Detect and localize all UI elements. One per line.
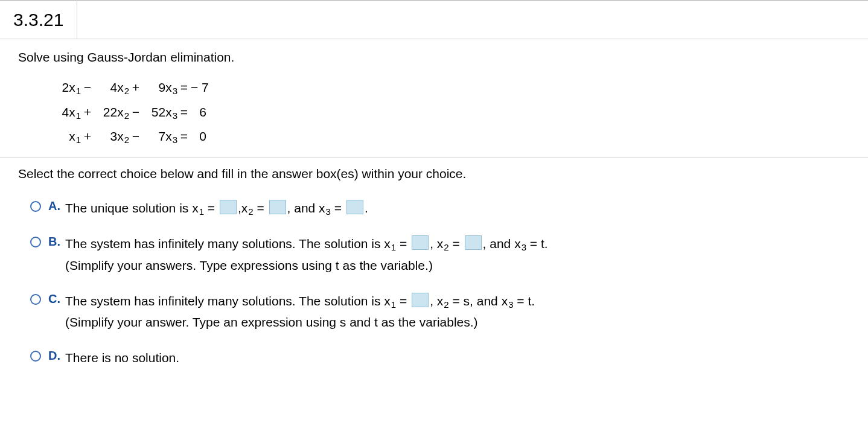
choice-b-text: The system has infinitely many solutions… (65, 234, 548, 276)
letter-a: A. (48, 199, 65, 213)
answer-box[interactable] (346, 200, 363, 214)
question-number: 3.3.21 (0, 1, 77, 39)
choice-a-text: The unique solution is x1 = ,x2 = , and … (65, 198, 368, 220)
answer-box[interactable] (412, 235, 429, 250)
choice-c: C. The system has infinitely many soluti… (30, 291, 850, 333)
instruction-text: Select the correct choice below and fill… (18, 167, 850, 181)
radio-a[interactable] (30, 201, 41, 212)
choice-d: D. There is no solution. (30, 348, 850, 369)
answer-box[interactable] (465, 235, 482, 250)
equation-row-3: x1 + 3x2 − 7x3 = 0 (46, 124, 850, 149)
question-prompt: Solve using Gauss-Jordan elimination. (18, 50, 850, 65)
equation-row-2: 4x1 + 22x2 − 52x3 = 6 (46, 100, 850, 125)
answer-box[interactable] (412, 293, 429, 307)
equation-row-1: 2x1 − 4x2 + 9x3 = − 7 (46, 75, 850, 100)
choice-c-text: The system has infinitely many solutions… (65, 291, 535, 333)
letter-d: D. (48, 349, 65, 363)
letter-c: C. (48, 292, 65, 306)
choice-a: A. The unique solution is x1 = ,x2 = , a… (30, 198, 850, 220)
choice-d-text: There is no solution. (65, 348, 179, 369)
equation-system: 2x1 − 4x2 + 9x3 = − 7 4x1 + 22x2 − 52x3 … (46, 75, 850, 149)
letter-b: B. (48, 235, 65, 249)
radio-b[interactable] (30, 237, 41, 247)
radio-d[interactable] (30, 351, 41, 362)
radio-c[interactable] (30, 294, 41, 305)
answer-box[interactable] (269, 200, 286, 214)
answer-box[interactable] (220, 200, 237, 214)
choice-b: B. The system has infinitely many soluti… (30, 234, 850, 276)
